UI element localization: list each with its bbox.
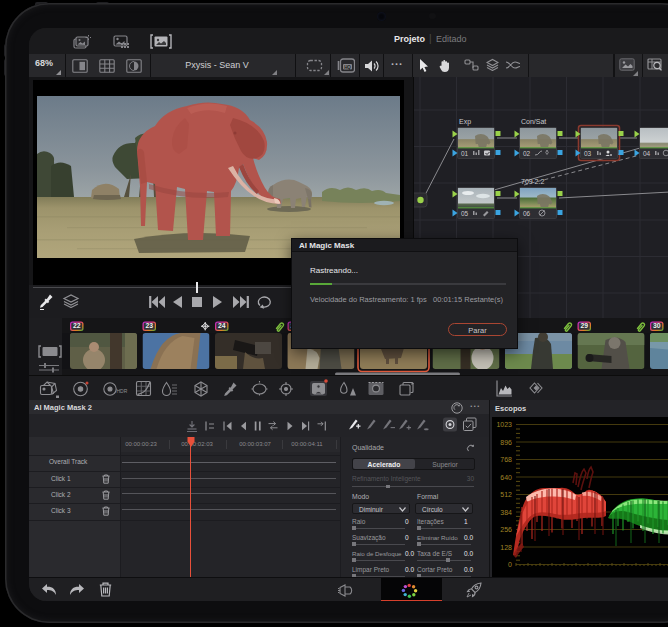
svg-text:256: 256 [500, 526, 512, 533]
svg-text:02: 02 [523, 150, 531, 157]
svg-text:0: 0 [508, 561, 512, 568]
svg-text:Con/Sat: Con/Sat [521, 118, 546, 125]
svg-text:23: 23 [145, 322, 153, 329]
svg-text:05: 05 [461, 210, 469, 217]
svg-text:03: 03 [584, 150, 592, 157]
svg-text:896: 896 [500, 439, 512, 446]
svg-text:HQ: HQ [344, 65, 351, 70]
svg-text:1023: 1023 [496, 421, 512, 428]
svg-text:06: 06 [523, 210, 531, 217]
svg-text:709 2.2: 709 2.2 [521, 178, 544, 185]
svg-text:128: 128 [500, 544, 512, 551]
svg-text:29: 29 [580, 322, 588, 329]
svg-text:512: 512 [500, 491, 512, 498]
svg-text:04: 04 [643, 150, 651, 157]
svg-text:HDR: HDR [117, 388, 128, 394]
svg-text:384: 384 [500, 509, 512, 516]
svg-text:Exp: Exp [459, 118, 471, 126]
svg-text:30: 30 [653, 322, 661, 329]
svg-text:24: 24 [218, 322, 226, 329]
svg-text:22: 22 [73, 322, 81, 329]
svg-text:640: 640 [500, 474, 512, 481]
svg-text:768: 768 [500, 456, 512, 463]
svg-text:01: 01 [461, 150, 469, 157]
